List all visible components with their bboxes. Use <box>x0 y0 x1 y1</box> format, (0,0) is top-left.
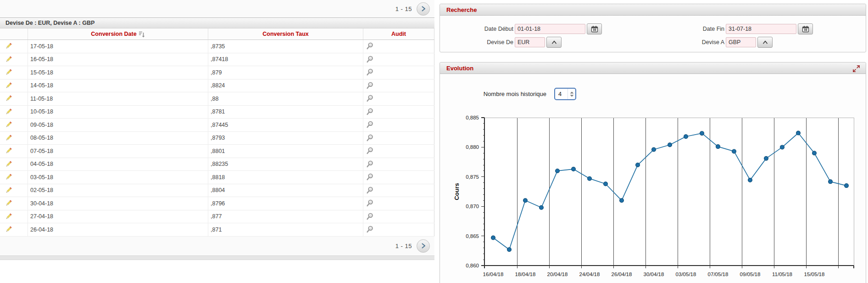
devise-de-field-row: Devise De EUR <box>463 37 562 48</box>
audit-cell <box>363 210 434 223</box>
devise-de-lov-button[interactable] <box>546 37 562 48</box>
edit-row-button[interactable] <box>5 160 12 168</box>
chevron-right-icon <box>420 243 427 249</box>
conversion-date-cell: 10-05-18 <box>28 106 208 119</box>
table-row: 15-05-18 ,879 <box>0 66 434 79</box>
edit-row-button[interactable] <box>5 108 12 116</box>
audit-cell <box>363 92 434 105</box>
conversion-taux-cell: ,8804 <box>208 184 363 197</box>
edit-row-button[interactable] <box>5 213 12 221</box>
audit-button[interactable] <box>366 108 373 116</box>
table-row: 07-05-18 ,8801 <box>0 145 434 158</box>
audit-button[interactable] <box>366 42 373 50</box>
audit-button[interactable] <box>366 56 373 63</box>
audit-cell <box>363 132 434 145</box>
svg-text:11/05/18: 11/05/18 <box>772 272 792 277</box>
audit-button[interactable] <box>366 121 373 129</box>
audit-button[interactable] <box>366 199 373 207</box>
conversion-date-cell: 09-05-18 <box>28 119 208 131</box>
chevron-up-icon <box>551 40 557 45</box>
audit-button[interactable] <box>366 173 373 181</box>
table-row: 16-05-18 ,87418 <box>0 53 434 67</box>
devise-de-input[interactable]: EUR <box>515 37 545 47</box>
pencil-icon <box>5 42 12 50</box>
edit-row-button[interactable] <box>5 147 12 155</box>
audit-cell <box>363 171 434 184</box>
column-header-conversion-taux[interactable]: Conversion Taux <box>208 28 363 40</box>
devise-a-lov-button[interactable] <box>757 37 773 48</box>
spinner-up-down-icon[interactable] <box>568 89 575 99</box>
edit-row-button[interactable] <box>5 82 12 90</box>
audit-button[interactable] <box>366 95 373 102</box>
svg-text:0,860: 0,860 <box>466 263 479 268</box>
table-body: 17-05-18 ,8735 <box>0 40 434 237</box>
audit-button[interactable] <box>366 226 373 233</box>
conversion-taux-cell: ,877 <box>208 210 363 223</box>
pencil-icon <box>5 108 12 116</box>
conversion-taux-cell: ,88 <box>208 92 363 105</box>
edit-row-button[interactable] <box>5 199 12 207</box>
edit-cell <box>0 184 28 197</box>
column-header-conversion-date[interactable]: Conversion Date <box>28 28 208 40</box>
edit-row-button[interactable] <box>5 226 12 233</box>
maximize-panel-button[interactable] <box>852 64 860 73</box>
magnifier-icon <box>366 108 373 116</box>
edit-row-button[interactable] <box>5 95 12 102</box>
devise-a-label: Devise A <box>674 39 724 45</box>
date-debut-input[interactable]: 01-01-18 <box>515 24 585 34</box>
magnifier-icon <box>366 173 373 181</box>
edit-row-button[interactable] <box>5 173 12 181</box>
svg-text:Cours: Cours <box>453 183 460 200</box>
edit-cell <box>0 132 28 145</box>
audit-button[interactable] <box>366 213 373 221</box>
edit-row-button[interactable] <box>5 56 12 63</box>
svg-text:0,865: 0,865 <box>466 233 479 239</box>
audit-button[interactable] <box>366 68 373 76</box>
audit-button[interactable] <box>366 147 373 155</box>
date-debut-picker-button[interactable] <box>587 23 602 34</box>
conversion-taux-cell: ,879 <box>208 66 363 79</box>
edit-row-button[interactable] <box>5 68 12 76</box>
pencil-icon <box>5 199 12 207</box>
audit-button[interactable] <box>366 82 373 90</box>
edit-cell <box>0 171 28 184</box>
conversion-taux-cell: ,8824 <box>208 79 363 92</box>
historique-spinner[interactable]: 4 <box>554 88 576 100</box>
table-footer-strip <box>0 255 434 260</box>
audit-button[interactable] <box>366 134 373 142</box>
pagination-top: 1 - 15 <box>0 0 434 17</box>
edit-row-button[interactable] <box>5 121 12 129</box>
audit-button[interactable] <box>366 160 373 168</box>
date-fin-picker-button[interactable] <box>798 23 813 34</box>
date-fin-input[interactable]: 31-07-18 <box>726 24 796 34</box>
conversion-taux-cell: ,87445 <box>208 119 363 131</box>
calendar-icon <box>591 26 598 33</box>
date-fin-label: Date Fin <box>674 26 724 32</box>
edit-row-button[interactable] <box>5 134 12 142</box>
next-page-button[interactable] <box>417 2 430 16</box>
svg-text:30/04/18: 30/04/18 <box>644 272 664 277</box>
table-row: 26-04-18 ,871 <box>0 223 434 237</box>
edit-cell <box>0 106 28 119</box>
pencil-icon <box>5 213 12 221</box>
svg-text:24/04/18: 24/04/18 <box>579 272 600 277</box>
conversion-taux-cell: ,8781 <box>208 106 363 119</box>
conversion-taux-cell: ,8735 <box>208 40 363 53</box>
evolution-panel: Evolution Nombre mois historique 4 <box>440 62 866 283</box>
pagination-range-label: 1 - 15 <box>395 6 412 12</box>
audit-cell <box>363 106 434 119</box>
edit-row-button[interactable] <box>5 42 12 50</box>
audit-button[interactable] <box>366 187 373 194</box>
conversion-date-cell: 30-04-18 <box>28 197 208 210</box>
edit-row-button[interactable] <box>5 187 12 194</box>
sort-descending-icon <box>139 31 145 38</box>
column-header-audit: Audit <box>363 28 434 40</box>
table-title: Devise De : EUR, Devise A : GBP <box>0 17 434 28</box>
historique-field-row: Nombre mois historique 4 <box>477 88 576 100</box>
svg-text:07/05/18: 07/05/18 <box>708 272 729 277</box>
svg-text:09/05/18: 09/05/18 <box>740 272 761 277</box>
next-page-button[interactable] <box>417 239 430 253</box>
devise-a-input[interactable]: GBP <box>726 37 756 47</box>
audit-cell <box>363 197 434 210</box>
table-row: 10-05-18 ,8781 <box>0 106 434 119</box>
